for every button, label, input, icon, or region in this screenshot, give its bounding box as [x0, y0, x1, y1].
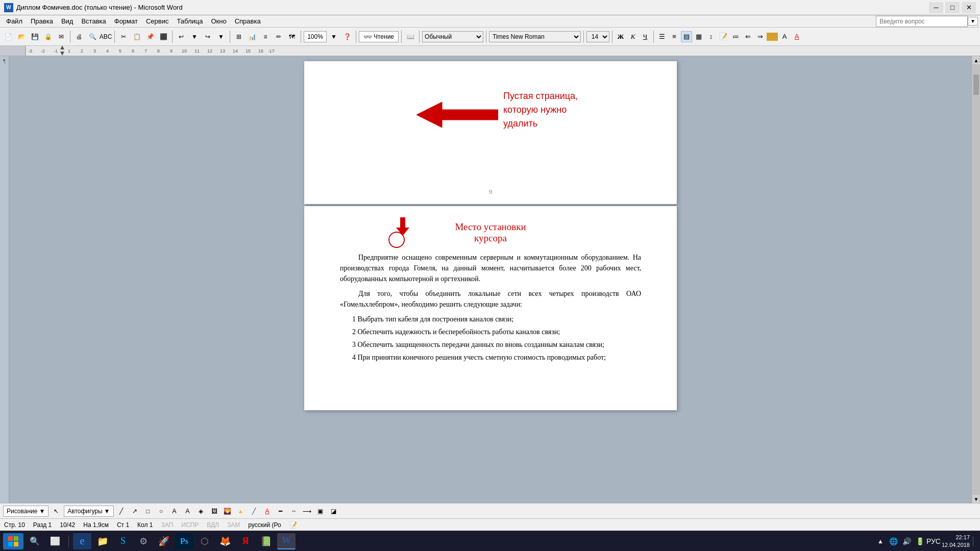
menu-edit[interactable]: Правка — [27, 16, 57, 26]
menu-tools[interactable]: Сервис — [142, 16, 173, 26]
spellcheck-button[interactable]: ABC — [100, 31, 112, 43]
zoom-help[interactable]: ❓ — [341, 31, 353, 43]
drawing-button[interactable]: ✏ — [273, 31, 285, 43]
paste-button[interactable]: 📌 — [144, 31, 156, 43]
align-justify-button[interactable]: ▦ — [693, 31, 704, 42]
taskbar-app10[interactable]: 📗 — [257, 533, 275, 549]
menu-window[interactable]: Окно — [207, 16, 230, 26]
numbering-button[interactable]: 📝 — [718, 31, 729, 42]
document-area[interactable]: Пустая страница,которую нужноудалить 9 М… — [9, 56, 972, 503]
permission-button[interactable]: 🔒 — [42, 31, 54, 43]
menu-view[interactable]: Вид — [57, 16, 78, 26]
print-button[interactable]: 🖨 — [73, 31, 85, 43]
tray-volume[interactable]: 🔊 — [902, 536, 912, 546]
zoom-input[interactable]: 100% — [304, 31, 327, 42]
search-dropdown[interactable]: ▼ — [968, 17, 978, 26]
rect-tool[interactable]: □ — [142, 506, 154, 517]
line-color-btn[interactable]: ╱ — [249, 506, 260, 517]
open-button[interactable]: 📂 — [15, 31, 28, 43]
increase-indent-button[interactable]: ⇒ — [754, 31, 766, 42]
insert-sheet-button[interactable]: 📊 — [246, 31, 258, 43]
font-select[interactable]: Times New Roman — [489, 31, 581, 42]
scrollbar-track[interactable] — [972, 64, 980, 495]
bold-button[interactable]: Ж — [615, 31, 626, 42]
menu-file[interactable]: Файл — [2, 16, 27, 26]
line-spacing-button[interactable]: ↕ — [705, 31, 717, 42]
font-color-button[interactable]: A — [791, 31, 802, 42]
menu-format[interactable]: Формат — [110, 16, 142, 26]
font-size-select[interactable]: 14 — [586, 31, 609, 42]
taskbar-settings[interactable]: ⚙ — [134, 533, 153, 549]
tray-battery[interactable]: 🔋 — [915, 536, 925, 546]
minimize-button[interactable]: ─ — [929, 2, 943, 13]
menu-help[interactable]: Справка — [231, 16, 265, 26]
taskbar-app8[interactable]: 🦊 — [216, 533, 234, 549]
arrow-style-btn[interactable]: ⟶ — [302, 506, 313, 517]
search-button[interactable]: 🔍 — [26, 533, 44, 549]
border-button[interactable] — [767, 33, 778, 41]
italic-button[interactable]: К — [627, 31, 639, 42]
zoom-dropdown[interactable]: ▼ — [328, 31, 340, 43]
tray-network[interactable]: 🌐 — [889, 536, 899, 546]
align-left-button[interactable]: ☰ — [656, 31, 668, 42]
paste-special-button[interactable]: ⬛ — [157, 31, 169, 43]
style-select[interactable]: Обычный — [422, 31, 483, 42]
columns-button[interactable]: ≡ — [259, 31, 272, 43]
wordart-tool[interactable]: A — [182, 506, 193, 517]
tray-lang[interactable]: РУС — [928, 536, 939, 546]
cut-button[interactable]: ✂ — [117, 31, 130, 43]
undo-button[interactable]: ↩ — [175, 31, 187, 43]
highlight-button[interactable]: A — [779, 31, 790, 42]
menu-insert[interactable]: Вставка — [77, 16, 110, 26]
taskbar-photoshop[interactable]: Ps — [175, 533, 193, 549]
maximize-button[interactable]: □ — [945, 2, 960, 13]
taskbar-skype[interactable]: S — [114, 533, 132, 549]
doc-map-button[interactable]: 🗺 — [286, 31, 298, 43]
align-center-button[interactable]: ≡ — [669, 31, 680, 42]
clock[interactable]: 22:17 12.04.2018 — [942, 534, 970, 548]
task-view-button[interactable]: ⬜ — [46, 533, 64, 549]
copy-button[interactable]: 📋 — [131, 31, 143, 43]
taskbar-word[interactable]: W — [277, 533, 296, 549]
scrollbar-area[interactable]: ▲ ▼ — [972, 56, 980, 503]
redo-dropdown[interactable]: ▼ — [215, 31, 227, 43]
diagram-tool[interactable]: ◈ — [195, 506, 207, 517]
help-search-input[interactable] — [876, 16, 968, 27]
underline-button[interactable]: Ч — [640, 31, 651, 42]
save-button[interactable]: 💾 — [29, 31, 41, 43]
dash-style-btn[interactable]: ╌ — [288, 506, 300, 517]
taskbar-folder[interactable]: 📁 — [93, 533, 112, 549]
toolbar-icon1[interactable]: 📖 — [404, 31, 416, 43]
arrow-tool[interactable]: ↗ — [129, 506, 140, 517]
fill-color-btn[interactable]: ▲ — [235, 506, 247, 517]
taskbar-app5[interactable]: 🚀 — [155, 533, 173, 549]
menu-table[interactable]: Таблица — [173, 16, 207, 26]
tray-icon1[interactable]: ▲ — [875, 536, 886, 546]
line-tool[interactable]: ╱ — [116, 506, 127, 517]
textbox-tool[interactable]: A — [169, 506, 180, 517]
email-button[interactable]: ✉ — [55, 31, 67, 43]
new-button[interactable]: 📄 — [2, 31, 14, 43]
oval-tool[interactable]: ○ — [156, 506, 167, 517]
drawing-dropdown[interactable]: Рисование▼ — [3, 506, 48, 517]
scroll-up-button[interactable]: ▲ — [972, 56, 980, 64]
bullets-button[interactable]: ≔ — [730, 31, 741, 42]
print-preview-button[interactable]: 🔍 — [86, 31, 99, 43]
autoshapes-dropdown[interactable]: Автофигуры▼ — [64, 506, 113, 517]
close-button[interactable]: ✕ — [962, 2, 976, 13]
clipart-tool[interactable]: 🖼 — [209, 506, 220, 517]
3d-btn[interactable]: ◪ — [328, 506, 339, 517]
draw-cursor[interactable]: ↖ — [51, 506, 62, 517]
start-button[interactable] — [3, 533, 23, 549]
show-desktop-button[interactable] — [973, 536, 977, 546]
decrease-indent-button[interactable]: ⇐ — [742, 31, 753, 42]
taskbar-app7[interactable]: ⬡ — [195, 533, 214, 549]
taskbar-yandex[interactable]: Я — [236, 533, 255, 549]
align-right-button[interactable]: ▤ — [681, 31, 692, 42]
reading-mode-button[interactable]: 👓 Чтение — [359, 31, 399, 42]
undo-dropdown[interactable]: ▼ — [188, 31, 201, 43]
font-color-btn2[interactable]: A — [262, 506, 273, 517]
line-style-btn[interactable]: ━ — [275, 506, 286, 517]
scroll-down-button[interactable]: ▼ — [972, 495, 980, 503]
redo-button[interactable]: ↪ — [202, 31, 214, 43]
